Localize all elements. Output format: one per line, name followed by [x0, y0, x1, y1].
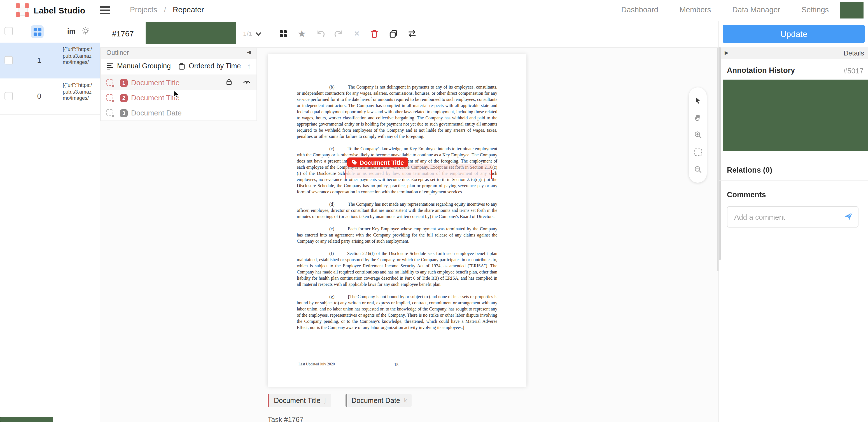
image-column-header[interactable]: im [67, 27, 75, 35]
details-panel: Update ▶ Details Annotation History #501… [718, 21, 868, 422]
zoom-in-tool-icon[interactable] [692, 130, 703, 141]
paragraph-e: (e)Each former Key Employee whose employ… [297, 226, 497, 244]
ordering-selector[interactable]: Ordered by Time [178, 62, 241, 70]
task-id-label: #1767 [112, 29, 134, 38]
paragraph-b: (b)The Company is not delinquent in paym… [297, 84, 497, 140]
task-reference: Task #1767 [268, 416, 304, 422]
label-studio-app: Label Studio Projects / Repeater Dashboa… [0, 0, 868, 422]
task-completed-count: 1 [34, 56, 45, 64]
region-label: Document Title [131, 79, 180, 87]
selected-region-rectangle[interactable] [345, 170, 492, 179]
region-index-badge: 3 [120, 109, 128, 117]
task-completed-count: 0 [34, 92, 45, 100]
grouping-list-icon [106, 62, 114, 70]
region-item-2[interactable]: 2 Document Title [101, 90, 256, 105]
document-image-canvas[interactable]: (b)The Company is not delinquent in paym… [268, 54, 526, 387]
outliner-header: Outliner ◀ [101, 47, 256, 59]
grouping-selector[interactable]: Manual Grouping [106, 62, 171, 70]
region-label: Document Title [131, 93, 180, 102]
pan-hand-tool-icon[interactable] [692, 112, 703, 123]
column-settings-gear-icon[interactable] [81, 26, 90, 35]
annotation-id: #5017 [843, 67, 864, 75]
brand-title: Label Studio [34, 6, 85, 15]
sidebar-bottom-redacted [0, 417, 53, 422]
fit-to-screen-tool-icon[interactable] [692, 147, 703, 158]
reset-annotation-icon[interactable]: × [350, 27, 364, 40]
region-item-1[interactable]: 1 Document Title [101, 75, 256, 90]
region-index-badge: 1 [120, 79, 128, 87]
lock-region-icon[interactable] [225, 78, 233, 86]
task-list-sidebar: im 1 [{"url":"https:/ pub.s3.amaz mo/ima… [0, 21, 100, 422]
menu-icon[interactable] [100, 6, 110, 15]
nav-members[interactable]: Members [680, 6, 711, 14]
annotation-pager: 1/1 [243, 30, 253, 37]
view-all-annotations-grid-icon[interactable] [277, 27, 290, 40]
task-list-header: im [0, 21, 100, 43]
details-panel-scrollbar[interactable] [719, 47, 721, 260]
zoom-out-tool-icon[interactable] [692, 164, 703, 175]
task-row-1[interactable]: 1 [{"url":"https:/ pub.s3.amaz mo/images… [0, 43, 100, 79]
task-data-preview: [{"url":"https:/ pub.s3.amaz mo/images/ [63, 47, 100, 75]
collapse-panel-icon[interactable]: ◀ [247, 49, 251, 55]
send-comment-icon[interactable] [844, 212, 854, 221]
region-index-badge: 2 [120, 94, 128, 102]
ground-truth-star-icon[interactable]: ★ [295, 27, 309, 40]
duplicate-annotation-icon[interactable] [386, 27, 400, 40]
top-nav-links: Dashboard Members Data Manager Settings [621, 6, 829, 14]
region-label: Document Date [131, 109, 182, 117]
column-divider [58, 26, 58, 37]
paragraph-d: (d)The Company has not made any represen… [297, 201, 497, 220]
update-button[interactable]: Update [723, 25, 865, 43]
label-controls: Document Title j Document Date k [268, 394, 412, 407]
transfer-settings-icon[interactable] [405, 27, 419, 40]
completed-column-icon[interactable] [31, 25, 44, 38]
label-document-title[interactable]: Document Title j [268, 394, 331, 407]
pointer-tool-icon[interactable] [692, 95, 703, 106]
task-data-preview: [{"url":"https:/ pub.s3.amaz mo/images/ [63, 82, 100, 110]
breadcrumb-projects[interactable]: Projects [130, 6, 157, 14]
comments-title: Comments [727, 191, 766, 199]
nav-dashboard[interactable]: Dashboard [621, 6, 658, 14]
annotation-toolbar: #1767 1/1 ★ × [100, 21, 718, 48]
nav-settings[interactable]: Settings [801, 6, 829, 14]
undo-icon[interactable] [314, 27, 327, 40]
outliner-title: Outliner [106, 49, 129, 56]
label-hotkey: k [404, 397, 407, 403]
comment-input[interactable] [733, 207, 839, 227]
label-hotkey: j [324, 397, 326, 403]
task-row-2[interactable]: 0 [{"url":"https:/ pub.s3.amaz mo/images… [0, 79, 100, 115]
region-label-tag[interactable]: Document Title [347, 158, 408, 167]
expand-panel-icon[interactable]: ▶ [725, 50, 728, 55]
task-row-checkbox[interactable] [4, 92, 13, 100]
outliner-panel: Outliner ◀ Manual Grouping Ordered by Ti… [100, 47, 257, 121]
document-footer-note: Last Updated July 2020 [299, 362, 335, 366]
label-studio-logo-icon[interactable] [16, 3, 29, 17]
paragraph-f: (f)Section 2.16(f) of the Disclosure Sch… [297, 251, 497, 287]
ordering-label: Ordered by Time [189, 62, 241, 70]
comment-input-container [727, 206, 859, 228]
region-item-3[interactable]: 3 Document Date [101, 105, 256, 120]
document-page-number: 15 [394, 362, 398, 367]
chevron-down-icon[interactable] [255, 30, 262, 37]
relations-title: Relations (0) [727, 166, 772, 174]
select-all-checkbox[interactable] [4, 27, 13, 35]
redo-icon[interactable] [332, 27, 345, 40]
rectangle-region-icon [106, 109, 113, 116]
annotator-info-redacted [146, 22, 236, 44]
label-document-date[interactable]: Document Date k [345, 394, 412, 407]
grouping-label: Manual Grouping [117, 62, 171, 70]
breadcrumb-separator: / [164, 6, 166, 14]
details-header: ▶ Details [719, 47, 868, 59]
canvas-tool-bar [689, 87, 707, 183]
nav-data-manager[interactable]: Data Manager [732, 6, 780, 14]
details-title: Details [844, 49, 864, 57]
delete-annotation-trash-icon[interactable] [367, 27, 381, 40]
user-avatar-redacted[interactable] [840, 2, 864, 19]
label-color-bar [345, 394, 347, 407]
sort-direction-up-icon[interactable]: ↑ [247, 62, 251, 70]
hide-region-eye-icon[interactable] [243, 78, 251, 86]
task-row-checkbox[interactable] [4, 56, 13, 64]
paragraph-g: (g)[The Company is not bound by or subje… [297, 294, 497, 331]
breadcrumb: Projects / Repeater [130, 6, 204, 14]
tag-icon [352, 160, 357, 165]
